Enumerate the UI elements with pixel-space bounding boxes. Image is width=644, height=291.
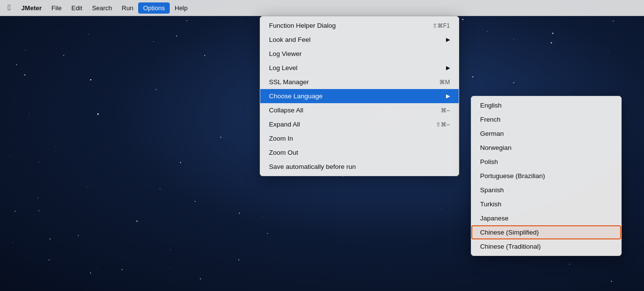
language-submenu: English French German Norwegian Polish P… bbox=[471, 96, 622, 256]
choose-language-label: Choose Language bbox=[269, 92, 322, 100]
lang-norwegian[interactable]: Norwegian bbox=[471, 141, 621, 155]
log-viewer-label: Log Viewer bbox=[269, 50, 302, 57]
function-helper-label: Function Helper Dialog bbox=[269, 22, 336, 29]
zoom-in-label: Zoom In bbox=[269, 135, 293, 142]
menubar-item-file[interactable]: File bbox=[47, 2, 67, 14]
menu-item-log-level[interactable]: Log Level ▶ bbox=[260, 61, 459, 75]
menu-item-log-viewer[interactable]: Log Viewer bbox=[260, 47, 459, 61]
menu-item-save-auto[interactable]: Save automatically before run bbox=[260, 160, 459, 174]
collapse-all-label: Collapse All bbox=[269, 107, 304, 114]
menubar-item-options[interactable]: Options bbox=[138, 2, 170, 14]
ssl-manager-shortcut: ⌘M bbox=[439, 79, 450, 86]
log-level-arrow: ▶ bbox=[446, 65, 450, 71]
zoom-out-label: Zoom Out bbox=[269, 149, 298, 156]
ssl-manager-label: SSL Manager bbox=[269, 78, 309, 86]
expand-all-label: Expand All bbox=[269, 121, 300, 128]
menubar-item-run[interactable]: Run bbox=[117, 2, 138, 14]
options-dropdown: Function Helper Dialog ⇧⌘F1 Look and Fee… bbox=[260, 16, 459, 176]
lang-portuguese-br[interactable]: Portuguese (Brazilian) bbox=[471, 169, 621, 183]
menu-item-zoom-out[interactable]: Zoom Out bbox=[260, 146, 459, 160]
lang-chinese-simplified[interactable]: Chinese (Simplified) bbox=[471, 225, 621, 239]
menu-item-ssl-manager[interactable]: SSL Manager ⌘M bbox=[260, 75, 459, 89]
lang-french[interactable]: French bbox=[471, 112, 621, 127]
menubar:  JMeter File Edit Search Run Options He… bbox=[0, 0, 644, 16]
expand-all-shortcut: ⇧⌘– bbox=[436, 121, 450, 128]
menu-item-collapse-all[interactable]: Collapse All ⌘– bbox=[260, 103, 459, 117]
menu-item-choose-language[interactable]: Choose Language ▶ bbox=[260, 89, 459, 103]
menubar-item-help[interactable]: Help bbox=[170, 2, 193, 14]
menu-item-look-and-feel[interactable]: Look and Feel ▶ bbox=[260, 33, 459, 47]
apple-menu[interactable]:  bbox=[4, 1, 15, 14]
lang-polish[interactable]: Polish bbox=[471, 155, 621, 169]
look-and-feel-arrow: ▶ bbox=[446, 36, 450, 43]
collapse-all-shortcut: ⌘– bbox=[441, 107, 450, 114]
lang-turkish[interactable]: Turkish bbox=[471, 197, 621, 211]
lang-japanese[interactable]: Japanese bbox=[471, 211, 621, 225]
lang-chinese-traditional[interactable]: Chinese (Traditional) bbox=[471, 239, 621, 254]
menubar-item-edit[interactable]: Edit bbox=[67, 2, 87, 14]
menu-item-function-helper[interactable]: Function Helper Dialog ⇧⌘F1 bbox=[260, 18, 459, 33]
lang-german[interactable]: German bbox=[471, 127, 621, 141]
log-level-label: Log Level bbox=[269, 64, 298, 72]
look-and-feel-label: Look and Feel bbox=[269, 36, 311, 43]
choose-language-arrow: ▶ bbox=[446, 93, 450, 99]
lang-spanish[interactable]: Spanish bbox=[471, 183, 621, 197]
menu-item-zoom-in[interactable]: Zoom In bbox=[260, 131, 459, 146]
menubar-item-jmeter[interactable]: JMeter bbox=[17, 2, 47, 14]
lang-english[interactable]: English bbox=[471, 98, 621, 112]
menubar-item-search[interactable]: Search bbox=[87, 2, 117, 14]
function-helper-shortcut: ⇧⌘F1 bbox=[432, 22, 450, 29]
menu-item-expand-all[interactable]: Expand All ⇧⌘– bbox=[260, 117, 459, 131]
save-auto-label: Save automatically before run bbox=[269, 163, 356, 170]
